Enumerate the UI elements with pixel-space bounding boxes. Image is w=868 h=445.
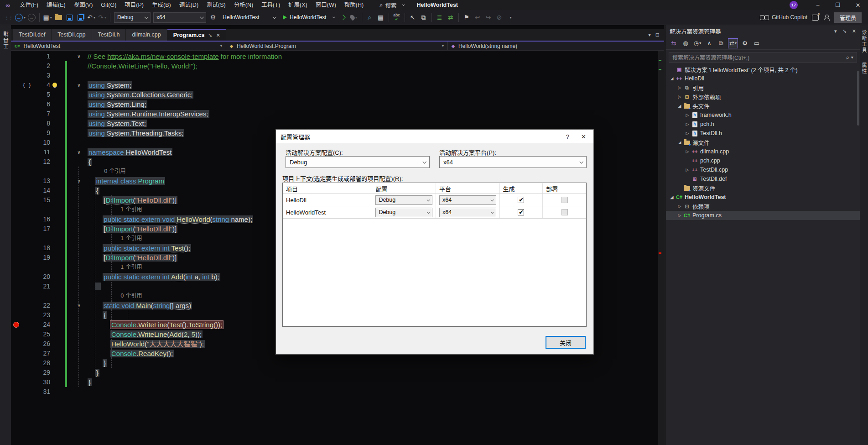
quick-save-icon[interactable]: ▤ <box>376 12 386 23</box>
build-checkbox[interactable]: ✔ <box>518 209 524 215</box>
column-header[interactable]: 配置 <box>372 183 436 194</box>
share-icon[interactable] <box>812 15 819 21</box>
dock-tab-诊断工具[interactable]: 诊断工具 <box>859 25 868 58</box>
copy-structure-icon[interactable]: ⧉ <box>419 12 429 23</box>
show-whitespace-icon[interactable]: ≣ <box>435 12 445 23</box>
toolbar-grip[interactable]: ⋮⋮ <box>5 15 13 20</box>
config-combo[interactable]: Debug <box>375 208 432 217</box>
bookmark-icon[interactable]: ⚑ <box>462 12 472 23</box>
solution-platform-combo[interactable]: x64 <box>153 12 206 23</box>
breakpoint-margin[interactable] <box>11 99 22 109</box>
active-platform-combo[interactable]: x64 <box>439 156 587 168</box>
fold-toggle[interactable]: ∨ <box>74 301 84 310</box>
menu-item[interactable]: 项目(P) <box>120 0 148 10</box>
breakpoint-margin[interactable] <box>11 71 22 80</box>
collapsed-icon[interactable]: ▷ <box>676 204 683 209</box>
tree-item[interactable]: ◢C#HelloWorldTest <box>666 193 860 202</box>
menu-item[interactable]: 窗口(W) <box>312 0 340 10</box>
breakpoint-margin[interactable] <box>11 387 22 397</box>
breakpoint-margin[interactable] <box>11 253 22 262</box>
toolbox-tab[interactable]: 工具箱 <box>1 28 10 52</box>
maximize-button[interactable]: ❐ <box>828 0 848 10</box>
column-header[interactable]: 平台 <box>436 183 500 194</box>
collapsed-icon[interactable]: ▷ <box>684 168 691 172</box>
pin-icon[interactable]: ⊸ <box>207 31 214 39</box>
search-control[interactable]: ⌕ 搜索 <box>379 1 404 10</box>
navigate-forward-icon[interactable]: → <box>26 12 36 23</box>
breakpoint-margin[interactable] <box>11 262 22 272</box>
menu-item[interactable]: 文件(F) <box>16 0 42 10</box>
clear-bookmarks-icon[interactable]: ⊘ <box>494 12 504 23</box>
toolbar-overflow-icon[interactable]: ▾ <box>505 12 515 23</box>
breakpoint-margin[interactable] <box>11 224 22 234</box>
tree-item[interactable]: ◢源文件 <box>666 138 860 147</box>
open-folder-icon[interactable] <box>53 12 63 23</box>
dialog-close-button[interactable]: 关闭 <box>546 336 586 349</box>
properties-pages-icon[interactable]: ⧉ <box>716 38 726 48</box>
editor-tab[interactable]: TestDll.def <box>13 29 51 41</box>
menu-item[interactable]: 帮助(H) <box>340 0 368 10</box>
tree-item[interactable]: ▷hframework.h <box>666 110 860 120</box>
tree-item[interactable]: ▣解决方案 'HelloWorldTest' (2 个项目, 共 2 个) <box>666 65 860 74</box>
breakpoint-margin[interactable] <box>11 157 22 167</box>
collapsed-icon[interactable]: ▷ <box>676 85 683 90</box>
lightbulb-icon[interactable] <box>52 83 57 87</box>
breakpoint-margin[interactable] <box>11 291 22 301</box>
editor-tab[interactable]: TestDll.h <box>92 29 126 41</box>
breakpoint-margin[interactable] <box>11 320 22 330</box>
breakpoint-margin[interactable] <box>11 243 22 253</box>
breakpoint-margin[interactable] <box>11 186 22 195</box>
fold-toggle[interactable]: ∨ <box>74 80 84 90</box>
close-panel-icon[interactable]: ✕ <box>852 28 856 34</box>
fold-toggle[interactable]: ∨ <box>74 176 84 186</box>
breakpoint-margin[interactable] <box>11 80 22 90</box>
account-avatar[interactable]: 17 <box>790 1 798 9</box>
breakpoint-margin[interactable] <box>11 52 22 61</box>
switch-views-icon[interactable]: ⇆ <box>669 38 679 48</box>
solution-search-input[interactable]: 搜索解决方案资源管理器(Ctrl+;) ⌕ ▾ <box>669 52 857 63</box>
breakpoint-margin[interactable] <box>11 368 22 377</box>
editor-scrollbar[interactable] <box>658 51 664 445</box>
menu-item[interactable]: 编辑(E) <box>42 0 70 10</box>
previous-bookmark-icon[interactable]: ↩ <box>473 12 483 23</box>
redo-icon[interactable]: ↷▾ <box>97 12 107 23</box>
platform-combo[interactable]: x64 <box>439 195 496 205</box>
hot-reload-icon[interactable]: ▾ <box>349 12 359 23</box>
breakpoint-margin[interactable] <box>11 301 22 310</box>
spell-check-icon[interactable]: abc✓ <box>392 12 402 23</box>
breakpoint-margin[interactable] <box>11 339 22 349</box>
close-button[interactable]: ✕ <box>848 0 868 10</box>
breakpoint-margin[interactable] <box>11 176 22 186</box>
fold-toggle[interactable]: ∨ <box>74 52 84 61</box>
menu-item[interactable]: 视图(V) <box>70 0 97 10</box>
tree-item[interactable]: ++pch.cpp <box>666 156 860 165</box>
breakpoint-margin[interactable] <box>11 195 22 205</box>
preview-selected-icon[interactable]: ▭ <box>752 38 762 48</box>
collapsed-icon[interactable]: ▷ <box>684 113 691 117</box>
tree-item[interactable]: ▷C#Program.cs <box>666 211 860 220</box>
start-without-debugging-icon[interactable] <box>338 12 348 23</box>
document-list-icon[interactable]: ▾ <box>648 32 651 38</box>
tree-item[interactable]: ▷hTestDll.h <box>666 129 860 138</box>
collapse-all-icon[interactable]: ∧ <box>704 38 714 48</box>
breakpoint-margin[interactable] <box>11 128 22 138</box>
tree-item[interactable]: ▷⊟外部依赖项 <box>666 92 860 101</box>
breakpoint-icon[interactable] <box>13 322 19 328</box>
sync-with-active-document-icon[interactable]: ⇄▾ <box>728 38 738 48</box>
navigate-back-icon[interactable]: ←▾ <box>15 12 26 23</box>
breakpoint-margin[interactable] <box>11 330 22 339</box>
menu-item[interactable]: 工具(T) <box>257 0 284 10</box>
close-icon[interactable]: ✕ <box>216 32 220 38</box>
menu-item[interactable]: 调试(D) <box>175 0 203 10</box>
navigate-cursor-icon[interactable]: ↖ <box>408 12 418 23</box>
expanded-icon[interactable]: ◢ <box>676 140 683 145</box>
breakpoint-margin[interactable] <box>11 234 22 243</box>
collapsed-icon[interactable]: ▷ <box>684 122 691 126</box>
editor-tab[interactable]: dllmain.cpp <box>126 29 166 41</box>
breakpoint-margin[interactable] <box>11 205 22 215</box>
editor-tab[interactable]: TestDll.cpp <box>52 29 91 41</box>
minimize-button[interactable]: – <box>808 0 828 10</box>
find-in-files-icon[interactable]: ⌕ <box>365 12 375 23</box>
tree-item[interactable]: ◢头文件 <box>666 101 860 110</box>
undo-icon[interactable]: ↶▾ <box>86 12 96 23</box>
